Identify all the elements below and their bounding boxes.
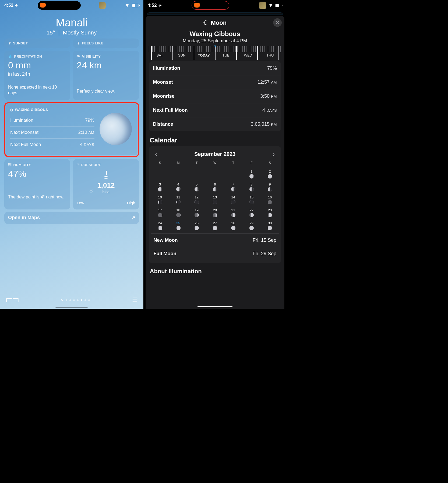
moon-details-list: Illumination79%Moonset12:57 AMMoonrise3:… [149, 61, 281, 131]
moon-phase-icon [249, 213, 254, 217]
calendar-dow: M [169, 161, 188, 166]
pressure-value: 1,012 [86, 181, 126, 190]
humidity-value: 47% [8, 169, 66, 178]
calendar-day-cell[interactable]: 24 [151, 220, 169, 231]
calendar-dow: S [261, 161, 279, 166]
live-activity-icon [194, 3, 200, 8]
precipitation-card[interactable]: 💧PRECIPITATION 0 mm in last 24h None exp… [4, 51, 70, 100]
calendar-day-cell[interactable]: 9 [261, 181, 279, 192]
moon-phase-icon [158, 226, 162, 230]
moon-phase-icon [213, 226, 217, 230]
calendar-day-cell[interactable]: 21 [224, 207, 242, 218]
pip-avatar[interactable] [99, 2, 106, 9]
dynamic-island[interactable] [38, 1, 81, 10]
visibility-value: 24 km [77, 61, 135, 70]
city-name: Manali [0, 17, 143, 29]
humidity-icon: ⛆ [8, 163, 12, 167]
external-link-icon: ↗ [131, 215, 135, 221]
moon-detail-row: Illumination79% [149, 61, 281, 75]
droplet-icon: 💧 [8, 54, 12, 58]
open-in-maps-button[interactable]: Open in Maps ↗ [4, 212, 139, 224]
calendar-day-cell[interactable]: 14 [224, 194, 242, 205]
moon-phase-icon [195, 213, 199, 217]
location-services-icon: ✈︎ [15, 3, 18, 8]
calendar-grid[interactable]: SMTWTFS123456789101112131415161718192021… [151, 161, 279, 231]
calendar-day-cell[interactable]: 17 [151, 207, 169, 218]
ruler-day-label: SAT [149, 53, 171, 57]
visibility-card[interactable]: 👁VISIBILITY 24 km Perfectly clear view. [73, 51, 139, 100]
calendar-day-cell[interactable]: 3 [151, 181, 169, 192]
calendar-day-cell [188, 168, 206, 179]
location-arrow-icon: ➤ [61, 298, 64, 302]
moon-phase-icon [231, 213, 235, 217]
moon-phase-icon [213, 200, 217, 204]
calendar-day-cell[interactable]: 12 [188, 194, 206, 205]
sunset-card[interactable]: ☀︎SUNSET [4, 38, 70, 48]
calendar-day-cell[interactable]: 8 [242, 181, 261, 192]
list-icon[interactable]: ☰ [132, 297, 137, 304]
calendar-day-cell[interactable]: 16 [261, 194, 279, 205]
calendar-day-cell[interactable]: 5 [188, 181, 206, 192]
moon-phase-icon [231, 200, 235, 204]
moon-card[interactable]: ◑WAXING GIBBOUS Illumination79%Next Moon… [6, 104, 137, 155]
moon-sheet: ☾ Moon ✕ Waxing Gibbous Monday, 25 Septe… [146, 16, 285, 309]
moon-detail-screen: 4:52 ✈︎ ☾ Moon ✕ Waxing Gibbous Monday, … [143, 0, 287, 309]
calendar-day-cell [206, 168, 224, 179]
moon-phase-icon [268, 213, 272, 217]
home-indicator[interactable] [55, 307, 88, 308]
weather-header: Manali 15° | Mostly Sunny [0, 17, 143, 36]
calendar-day-cell[interactable]: 4 [169, 181, 188, 192]
map-icon[interactable]: ⫍⫎ [6, 296, 19, 304]
moon-phase-icon [158, 200, 162, 204]
moon-phase-icon [213, 213, 217, 217]
calendar-day-cell[interactable]: 26 [188, 220, 206, 231]
about-section-title: About Illumination [150, 268, 280, 275]
calendar-day-cell[interactable]: 1 [242, 168, 261, 179]
pressure-card[interactable]: ⦾PRESSURE = 1,012 hPa Low High [73, 159, 139, 209]
close-button[interactable]: ✕ [273, 18, 282, 27]
weather-screen: 4:52 ✈︎ Manali 15° | Mostly Sunny ☀︎SUNS… [0, 0, 143, 309]
ruler-day-label: TODAY [193, 53, 215, 57]
battery-icon [132, 4, 139, 7]
calendar-day-cell[interactable]: 2 [261, 168, 279, 179]
moon-detail-row: Distance3,65,015 KM [149, 117, 281, 131]
calendar-day-cell[interactable]: 30 [261, 220, 279, 231]
calendar-day-cell[interactable]: 11 [169, 194, 188, 205]
moon-phase-icon [249, 174, 254, 178]
calendar-day-cell[interactable]: 29 [242, 220, 261, 231]
home-indicator[interactable] [197, 306, 232, 307]
feels-like-card[interactable]: 🌡FEELS LIKE [73, 38, 139, 48]
calendar-day-cell[interactable]: 13 [206, 194, 224, 205]
calendar-day-cell[interactable]: 10 [151, 194, 169, 205]
humidity-card[interactable]: ⛆HUMIDITY 47% The dew point is 4° right … [4, 159, 70, 209]
calendar-day-cell[interactable]: 7 [224, 181, 242, 192]
calendar-day-cell[interactable]: 25 [169, 220, 188, 231]
moon-detail-row: Next Moonset2:10 AM [10, 127, 94, 139]
day-ruler[interactable]: ▼ SATSUNTODAYTUEWEDTHU [149, 46, 281, 60]
page-indicator[interactable]: ➤ [61, 298, 90, 302]
prev-month-button[interactable]: ‹ [153, 150, 159, 158]
visibility-note: Perfectly clear view. [77, 89, 135, 94]
calendar-day-cell[interactable]: 22 [242, 207, 261, 218]
pressure-gauge: = 1,012 hPa [86, 169, 126, 199]
calendar-day-cell[interactable]: 27 [206, 220, 224, 231]
calendar-dow: F [242, 161, 261, 166]
precip-value: 0 mm [8, 61, 66, 70]
calendar-day-cell[interactable]: 28 [224, 220, 242, 231]
calendar-day-cell[interactable]: 6 [206, 181, 224, 192]
moon-phase-icon [268, 187, 272, 191]
calendar-day-cell[interactable]: 15 [242, 194, 261, 205]
calendar-day-cell [169, 168, 188, 179]
calendar-day-cell[interactable]: 18 [169, 207, 188, 218]
dynamic-island[interactable] [192, 1, 229, 10]
pip-avatar[interactable] [259, 2, 266, 9]
next-month-button[interactable]: › [271, 150, 277, 158]
calendar-event-row: Full MoonFri, 29 Sep [151, 247, 279, 260]
temperature: 15° [47, 29, 55, 36]
wifi-icon [268, 4, 273, 7]
moon-phase-icon [176, 213, 181, 217]
calendar-day-cell[interactable]: 23 [261, 207, 279, 218]
calendar-day-cell[interactable]: 19 [188, 207, 206, 218]
calendar-dow: T [224, 161, 242, 166]
calendar-day-cell[interactable]: 20 [206, 207, 224, 218]
